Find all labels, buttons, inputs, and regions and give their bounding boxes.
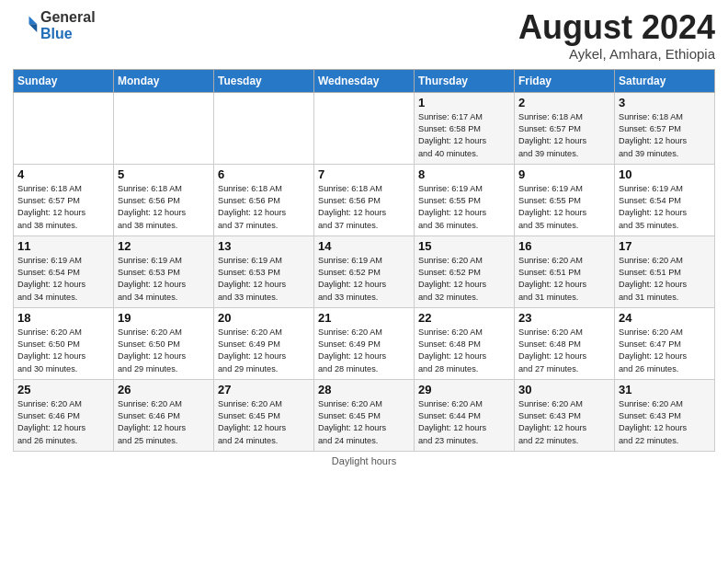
calendar-cell: 5Sunrise: 6:18 AM Sunset: 6:56 PM Daylig… [114,164,214,236]
day-number: 17 [619,239,711,253]
day-number: 16 [518,239,610,253]
day-info: Sunrise: 6:20 AM Sunset: 6:46 PM Dayligh… [118,398,210,447]
day-number: 3 [619,96,711,109]
calendar-cell: 22Sunrise: 6:20 AM Sunset: 6:48 PM Dayli… [415,307,515,379]
day-info: Sunrise: 6:20 AM Sunset: 6:50 PM Dayligh… [17,327,109,375]
calendar-cell [314,92,415,164]
day-number: 26 [118,383,210,396]
calendar-cell: 7Sunrise: 6:18 AM Sunset: 6:56 PM Daylig… [314,164,415,236]
day-info: Sunrise: 6:19 AM Sunset: 6:55 PM Dayligh… [518,183,610,232]
calendar-cell [214,92,314,164]
day-number: 21 [318,311,410,325]
day-number: 2 [518,96,610,109]
day-number: 25 [17,383,109,396]
day-number: 28 [318,383,410,396]
day-info: Sunrise: 6:20 AM Sunset: 6:43 PM Dayligh… [619,398,711,447]
calendar-cell: 10Sunrise: 6:19 AM Sunset: 6:54 PM Dayli… [615,164,715,236]
calendar-cell: 14Sunrise: 6:19 AM Sunset: 6:52 PM Dayli… [314,236,415,307]
day-info: Sunrise: 6:20 AM Sunset: 6:48 PM Dayligh… [418,327,510,375]
day-number: 24 [619,311,711,325]
calendar-cell: 17Sunrise: 6:20 AM Sunset: 6:51 PM Dayli… [615,236,715,307]
calendar-cell: 9Sunrise: 6:19 AM Sunset: 6:55 PM Daylig… [515,164,615,236]
page-container: General Blue August 2024 Aykel, Amhara, … [0,0,728,472]
day-number: 20 [218,311,310,325]
day-info: Sunrise: 6:18 AM Sunset: 6:57 PM Dayligh… [17,183,109,232]
day-number: 7 [318,167,410,181]
calendar-cell: 3Sunrise: 6:18 AM Sunset: 6:57 PM Daylig… [615,92,715,164]
calendar-cell: 30Sunrise: 6:20 AM Sunset: 6:43 PM Dayli… [515,379,615,451]
day-info: Sunrise: 6:20 AM Sunset: 6:50 PM Dayligh… [118,327,210,375]
logo-icon [13,13,39,39]
day-info: Sunrise: 6:20 AM Sunset: 6:49 PM Dayligh… [318,327,410,375]
calendar-cell: 28Sunrise: 6:20 AM Sunset: 6:45 PM Dayli… [314,379,415,451]
day-info: Sunrise: 6:20 AM Sunset: 6:44 PM Dayligh… [418,398,510,447]
day-number: 30 [518,383,610,396]
day-info: Sunrise: 6:19 AM Sunset: 6:53 PM Dayligh… [118,255,210,304]
calendar-cell: 20Sunrise: 6:20 AM Sunset: 6:49 PM Dayli… [214,307,314,379]
day-number: 8 [418,167,510,181]
calendar-cell: 31Sunrise: 6:20 AM Sunset: 6:43 PM Dayli… [615,379,715,451]
calendar-table: SundayMondayTuesdayWednesdayThursdayFrid… [13,69,715,452]
footer-label: Daylight hours [332,455,396,466]
month-title: August 2024 [518,9,715,46]
day-info: Sunrise: 6:19 AM Sunset: 6:53 PM Dayligh… [218,255,310,304]
day-info: Sunrise: 6:19 AM Sunset: 6:55 PM Dayligh… [418,183,510,232]
day-info: Sunrise: 6:20 AM Sunset: 6:47 PM Dayligh… [619,327,711,375]
day-info: Sunrise: 6:18 AM Sunset: 6:56 PM Dayligh… [118,183,210,232]
calendar-cell: 29Sunrise: 6:20 AM Sunset: 6:44 PM Dayli… [415,379,515,451]
day-number: 4 [17,167,109,181]
calendar-cell [114,92,214,164]
day-info: Sunrise: 6:20 AM Sunset: 6:51 PM Dayligh… [518,255,610,304]
day-number: 27 [218,383,310,396]
calendar-cell: 15Sunrise: 6:20 AM Sunset: 6:52 PM Dayli… [415,236,515,307]
day-number: 19 [118,311,210,325]
week-row-1: 1Sunrise: 6:17 AM Sunset: 6:58 PM Daylig… [14,92,715,164]
header-row: SundayMondayTuesdayWednesdayThursdayFrid… [14,69,715,92]
calendar-cell: 2Sunrise: 6:18 AM Sunset: 6:57 PM Daylig… [515,92,615,164]
day-info: Sunrise: 6:20 AM Sunset: 6:45 PM Dayligh… [218,398,310,447]
calendar-cell: 13Sunrise: 6:19 AM Sunset: 6:53 PM Dayli… [214,236,314,307]
day-info: Sunrise: 6:20 AM Sunset: 6:43 PM Dayligh… [518,398,610,447]
calendar-cell: 24Sunrise: 6:20 AM Sunset: 6:47 PM Dayli… [615,307,715,379]
calendar-cell: 4Sunrise: 6:18 AM Sunset: 6:57 PM Daylig… [14,164,114,236]
title-block: August 2024 Aykel, Amhara, Ethiopia [518,9,715,62]
calendar-cell: 1Sunrise: 6:17 AM Sunset: 6:58 PM Daylig… [415,92,515,164]
footer: Daylight hours [13,455,715,466]
day-header-friday: Friday [515,69,615,92]
day-info: Sunrise: 6:18 AM Sunset: 6:56 PM Dayligh… [218,183,310,232]
day-number: 13 [218,239,310,253]
calendar-cell: 18Sunrise: 6:20 AM Sunset: 6:50 PM Dayli… [14,307,114,379]
day-info: Sunrise: 6:20 AM Sunset: 6:49 PM Dayligh… [218,327,310,375]
day-header-thursday: Thursday [415,69,515,92]
calendar-cell: 23Sunrise: 6:20 AM Sunset: 6:48 PM Dayli… [515,307,615,379]
day-number: 15 [418,239,510,253]
calendar-cell: 11Sunrise: 6:19 AM Sunset: 6:54 PM Dayli… [14,236,114,307]
day-info: Sunrise: 6:17 AM Sunset: 6:58 PM Dayligh… [418,111,510,160]
day-header-wednesday: Wednesday [314,69,415,92]
day-number: 22 [418,311,510,325]
day-header-saturday: Saturday [615,69,715,92]
svg-marker-1 [29,24,38,32]
day-number: 23 [518,311,610,325]
calendar-cell: 6Sunrise: 6:18 AM Sunset: 6:56 PM Daylig… [214,164,314,236]
day-number: 11 [17,239,109,253]
day-info: Sunrise: 6:18 AM Sunset: 6:57 PM Dayligh… [518,111,610,160]
day-info: Sunrise: 6:20 AM Sunset: 6:46 PM Dayligh… [17,398,109,447]
logo-general: General [40,9,96,26]
day-number: 29 [418,383,510,396]
day-info: Sunrise: 6:19 AM Sunset: 6:52 PM Dayligh… [318,255,410,304]
week-row-4: 18Sunrise: 6:20 AM Sunset: 6:50 PM Dayli… [14,307,715,379]
calendar-cell: 26Sunrise: 6:20 AM Sunset: 6:46 PM Dayli… [114,379,214,451]
day-number: 1 [418,96,510,109]
calendar-cell: 21Sunrise: 6:20 AM Sunset: 6:49 PM Dayli… [314,307,415,379]
calendar-cell: 27Sunrise: 6:20 AM Sunset: 6:45 PM Dayli… [214,379,314,451]
calendar-cell: 16Sunrise: 6:20 AM Sunset: 6:51 PM Dayli… [515,236,615,307]
svg-marker-0 [29,16,38,24]
day-info: Sunrise: 6:20 AM Sunset: 6:45 PM Dayligh… [318,398,410,447]
calendar-cell: 25Sunrise: 6:20 AM Sunset: 6:46 PM Dayli… [14,379,114,451]
day-info: Sunrise: 6:19 AM Sunset: 6:54 PM Dayligh… [17,255,109,304]
day-header-monday: Monday [114,69,214,92]
day-info: Sunrise: 6:19 AM Sunset: 6:54 PM Dayligh… [619,183,711,232]
day-header-sunday: Sunday [14,69,114,92]
calendar-cell: 19Sunrise: 6:20 AM Sunset: 6:50 PM Dayli… [114,307,214,379]
